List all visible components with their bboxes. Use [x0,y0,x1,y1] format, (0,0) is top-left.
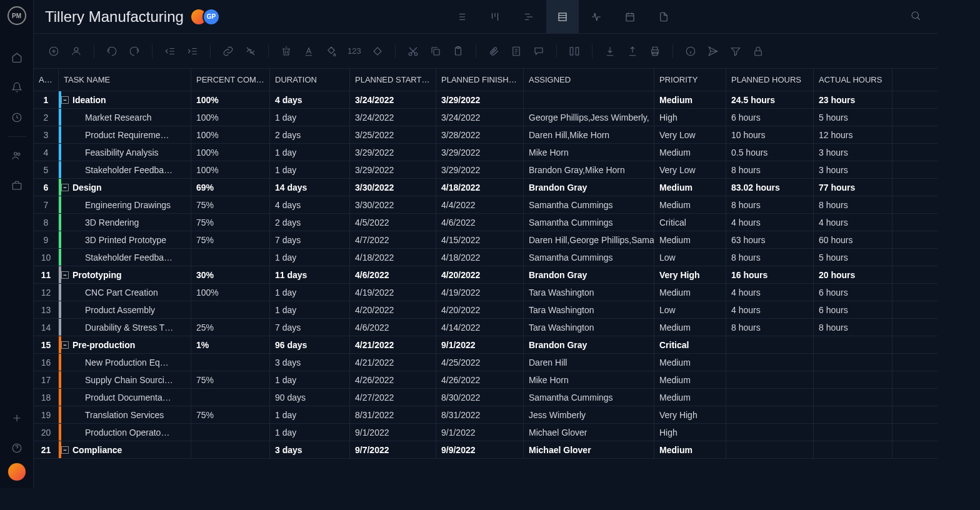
percent-cell[interactable] [191,301,270,318]
assigned-cell[interactable]: Michael Glover [524,441,654,458]
assigned-cell[interactable]: Jess Wimberly [524,406,654,423]
planned-cell[interactable] [726,406,814,423]
assigned-cell[interactable]: Brandon Gray,Mike Horn [524,161,654,178]
collapse-icon[interactable]: − [61,446,69,454]
help-icon[interactable] [0,433,34,463]
view-calendar-icon[interactable] [614,0,646,34]
search-icon[interactable] [905,10,926,23]
percent-cell[interactable]: 75% [191,231,270,248]
priority-cell[interactable]: Medium [654,389,726,406]
col-header-actual[interactable]: ACTUAL HOURS [814,69,892,91]
row-number[interactable]: 15 [34,336,59,353]
row-number[interactable]: 19 [34,406,59,423]
projects-icon[interactable] [0,171,34,201]
assigned-cell[interactable]: Mike Horn [524,144,654,161]
start-cell[interactable]: 3/29/2022 [350,161,436,178]
duration-cell[interactable]: 7 days [270,319,350,336]
duration-cell[interactable]: 3 days [270,441,350,458]
finish-cell[interactable]: 4/6/2022 [436,214,524,231]
assigned-cell[interactable]: Brandon Gray [524,266,654,283]
assigned-cell[interactable]: Daren Hill,Mike Horn [524,126,654,143]
duration-cell[interactable]: 90 days [270,389,350,406]
percent-cell[interactable]: 100% [191,109,270,126]
import-icon[interactable] [601,42,619,60]
start-cell[interactable]: 3/24/2022 [350,91,436,108]
assigned-cell[interactable]: Samantha Cummings [524,196,654,213]
percent-cell[interactable]: 25% [191,319,270,336]
priority-cell[interactable]: Very High [654,266,726,283]
row-number[interactable]: 10 [34,249,59,266]
actual-cell[interactable] [814,336,892,353]
task-name-cell[interactable]: Engineering Drawings [59,196,191,213]
planned-cell[interactable]: 10 hours [726,126,814,143]
actual-cell[interactable]: 8 hours [814,196,892,213]
filter-icon[interactable] [727,42,744,60]
actual-cell[interactable]: 77 hours [814,179,892,196]
member-avatar[interactable]: GP [202,8,220,26]
priority-cell[interactable]: High [654,424,726,441]
task-name-cell[interactable]: − Ideation [59,91,191,108]
paste-icon[interactable] [449,42,467,60]
planned-cell[interactable] [726,354,814,371]
user-avatar[interactable] [8,463,26,481]
view-gantt-icon[interactable] [512,0,545,34]
copy-icon[interactable] [427,42,444,60]
planned-cell[interactable] [726,441,814,458]
table-row[interactable]: 12 CNC Part Creation 100% 1 day 4/19/202… [34,284,938,301]
planned-cell[interactable]: 16 hours [726,266,814,283]
delete-icon[interactable] [278,42,295,60]
task-name-cell[interactable]: Product Requireme… [59,126,191,143]
collapse-icon[interactable]: − [61,96,69,104]
task-name-cell[interactable]: − Design [59,179,191,196]
row-number[interactable]: 4 [34,144,59,161]
task-name-cell[interactable]: New Production Eq… [59,354,191,371]
row-number[interactable]: 9 [34,231,59,248]
percent-cell[interactable]: 100% [191,144,270,161]
actual-cell[interactable]: 5 hours [814,109,892,126]
planned-cell[interactable]: 8 hours [726,196,814,213]
link-icon[interactable] [219,42,237,60]
row-number[interactable]: 2 [34,109,59,126]
row-number[interactable]: 14 [34,319,59,336]
notifications-icon[interactable] [0,72,34,102]
task-name-cell[interactable]: 3D Printed Prototype [59,231,191,248]
start-cell[interactable]: 4/5/2022 [350,214,436,231]
table-row[interactable]: 5 Stakeholder Feedba… 100% 1 day 3/29/20… [34,161,938,179]
finish-cell[interactable]: 3/24/2022 [436,109,524,126]
duration-cell[interactable]: 2 days [270,126,350,143]
app-logo[interactable]: PM [8,6,26,25]
recent-icon[interactable] [0,102,34,132]
table-row[interactable]: 3 Product Requireme… 100% 2 days 3/25/20… [34,126,938,144]
planned-cell[interactable]: 0.5 hours [726,144,814,161]
finish-cell[interactable]: 3/28/2022 [436,126,524,143]
team-icon[interactable] [0,141,34,171]
actual-cell[interactable] [814,389,892,406]
row-number[interactable]: 5 [34,161,59,178]
fill-color-icon[interactable] [322,42,340,60]
planned-cell[interactable]: 4 hours [726,301,814,318]
collapse-icon[interactable]: − [61,184,69,191]
planned-cell[interactable]: 8 hours [726,319,814,336]
finish-cell[interactable]: 4/14/2022 [436,319,524,336]
assigned-cell[interactable]: Brandon Gray [524,179,654,196]
table-row[interactable]: 4 Feasibility Analysis 100% 1 day 3/29/2… [34,144,938,161]
start-cell[interactable]: 4/19/2022 [350,284,436,301]
priority-cell[interactable]: Medium [654,319,726,336]
priority-cell[interactable]: Critical [654,214,726,231]
planned-cell[interactable]: 4 hours [726,284,814,301]
finish-cell[interactable]: 4/15/2022 [436,231,524,248]
start-cell[interactable]: 9/1/2022 [350,424,436,441]
planned-cell[interactable] [726,389,814,406]
actual-cell[interactable] [814,424,892,441]
row-number[interactable]: 11 [34,266,59,283]
assigned-cell[interactable]: Tara Washington [524,284,654,301]
actual-cell[interactable]: 4 hours [814,214,892,231]
planned-cell[interactable] [726,336,814,353]
duration-cell[interactable]: 1 day [270,249,350,266]
priority-cell[interactable]: Medium [654,196,726,213]
finish-cell[interactable]: 8/31/2022 [436,406,524,423]
note-icon[interactable] [508,42,525,60]
finish-cell[interactable]: 8/30/2022 [436,389,524,406]
priority-cell[interactable]: Low [654,301,726,318]
start-cell[interactable]: 4/6/2022 [350,266,436,283]
